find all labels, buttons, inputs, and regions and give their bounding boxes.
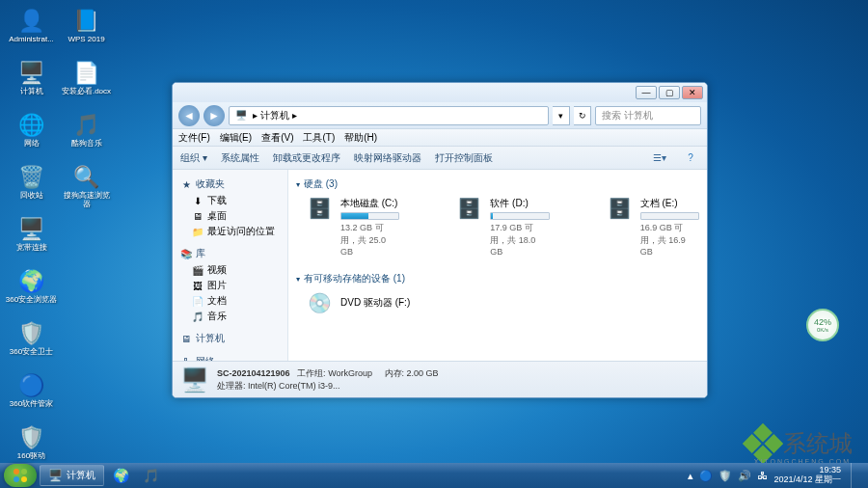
device-dvd[interactable]: 💿 DVD 驱动器 (F:) bbox=[308, 291, 699, 314]
help-icon[interactable]: ? bbox=[682, 149, 699, 167]
statusbar: 🖥️ SC-202104121906 工作组: WorkGroup 内存: 2.… bbox=[173, 361, 707, 397]
computer-icon: 🖥 bbox=[180, 333, 192, 344]
desktop-icon[interactable]: 📄安装必看.docx bbox=[60, 57, 113, 107]
desktop-icons-col2: 📘WPS 2019 📄安装必看.docx 🎵酷狗音乐 🔍搜狗高速浏览器 bbox=[60, 5, 113, 211]
hdd-icon: 🗄️ bbox=[608, 197, 635, 220]
tray-network-icon[interactable]: 🖧 bbox=[757, 470, 768, 481]
forward-button[interactable]: ► bbox=[203, 105, 225, 126]
close-button[interactable]: ✕ bbox=[682, 86, 703, 99]
titlebar[interactable]: — ▢ ✕ bbox=[173, 83, 707, 102]
drive-info: 13.2 GB 可用，共 25.0 GB bbox=[340, 222, 399, 257]
uninstall-button[interactable]: 卸载或更改程序 bbox=[273, 151, 340, 165]
breadcrumb-dropdown[interactable]: ▾ bbox=[553, 106, 570, 125]
tray-app-icon[interactable]: 🔵 bbox=[699, 470, 713, 482]
wps-icon: 📘 bbox=[73, 8, 100, 35]
nav-recent[interactable]: 📁最近访问的位置 bbox=[176, 224, 284, 239]
svg-point-2 bbox=[14, 476, 19, 482]
library-icon: 📚 bbox=[180, 248, 192, 259]
nav-computer[interactable]: 🖥计算机 bbox=[176, 330, 284, 347]
menu-help[interactable]: 帮助(H) bbox=[344, 131, 377, 145]
drive-c[interactable]: 🗄️ 本地磁盘 (C:) 13.2 GB 可用，共 25.0 GB bbox=[308, 197, 399, 257]
drive-e[interactable]: 🗄️ 文档 (E:) 16.9 GB 可用，共 16.9 GB bbox=[608, 197, 699, 257]
nav-documents[interactable]: 📄文档 bbox=[176, 293, 284, 309]
desktop-icon[interactable]: 🖥️计算机 bbox=[5, 57, 58, 107]
drive-d[interactable]: 🗄️ 软件 (D:) 17.9 GB 可用，共 18.0 GB bbox=[457, 197, 549, 257]
nav-libraries[interactable]: 📚库 bbox=[176, 245, 284, 262]
desktop-icon[interactable]: 📘WPS 2019 bbox=[60, 5, 113, 55]
show-desktop-button[interactable] bbox=[851, 463, 860, 488]
nav-music[interactable]: 🎵音乐 bbox=[176, 309, 284, 324]
taskbar-pin-browser[interactable]: 🌍 bbox=[107, 465, 134, 486]
desktop-icon[interactable]: 🖥️宽带连接 bbox=[5, 213, 58, 263]
desktop-icon[interactable]: 🔍搜狗高速浏览器 bbox=[60, 161, 113, 211]
shield-icon: 🛡️ bbox=[18, 424, 45, 451]
breadcrumb-path: ▸ 计算机 ▸ bbox=[253, 109, 297, 122]
drive-name: 本地磁盘 (C:) bbox=[340, 197, 399, 210]
maximize-button[interactable]: ▢ bbox=[659, 86, 680, 99]
nav-pictures[interactable]: 🖼图片 bbox=[176, 278, 284, 293]
group-hdd[interactable]: 硬盘 (3) bbox=[296, 176, 699, 193]
menubar: 文件(F) 编辑(E) 查看(V) 工具(T) 帮助(H) bbox=[173, 129, 707, 147]
desktop-icon[interactable]: 🗑️回收站 bbox=[5, 161, 58, 211]
capacity-bar bbox=[340, 212, 399, 220]
desktop-icon[interactable]: 🌐网络 bbox=[5, 109, 58, 159]
tray-volume-icon[interactable]: 🔊 bbox=[738, 470, 751, 482]
performance-widget[interactable]: 42% 0K/s bbox=[806, 309, 839, 341]
menu-view[interactable]: 查看(V) bbox=[261, 131, 293, 145]
breadcrumb[interactable]: 🖥️ ▸ 计算机 ▸ bbox=[229, 106, 549, 125]
browser-icon: 🌍 bbox=[18, 268, 45, 295]
group-removable[interactable]: 有可移动存储的设备 (1) bbox=[296, 270, 699, 287]
search-icon: 🔍 bbox=[73, 164, 100, 191]
drive-info: 16.9 GB 可用，共 16.9 GB bbox=[640, 222, 699, 257]
capacity-bar bbox=[640, 212, 699, 220]
connection-icon: 🖥️ bbox=[18, 216, 45, 243]
system-properties-button[interactable]: 系统属性 bbox=[221, 151, 259, 165]
hdd-icon: 🗄️ bbox=[457, 197, 484, 220]
menu-tools[interactable]: 工具(T) bbox=[303, 131, 335, 145]
map-drive-button[interactable]: 映射网络驱动器 bbox=[354, 151, 421, 165]
refresh-button[interactable]: ↻ bbox=[574, 106, 591, 125]
control-panel-button[interactable]: 打开控制面板 bbox=[435, 151, 493, 165]
desktop-icon[interactable]: 👤Administrat... bbox=[5, 5, 58, 55]
view-options-icon[interactable]: ☰▾ bbox=[651, 149, 668, 167]
desktop-icon[interactable]: 🔵360软件管家 bbox=[5, 369, 58, 420]
nav-downloads[interactable]: ⬇下载 bbox=[176, 193, 284, 208]
shield-icon: 🛡️ bbox=[18, 320, 45, 347]
nav-videos[interactable]: 🎬视频 bbox=[176, 262, 284, 278]
computer-name: SC-202104121906 bbox=[217, 368, 290, 378]
network-icon: 🌐 bbox=[18, 112, 45, 139]
hdd-icon: 🗄️ bbox=[308, 197, 335, 220]
device-name: DVD 驱动器 (F:) bbox=[340, 296, 410, 310]
desktop-icon[interactable]: 🛡️360安全卫士 bbox=[5, 317, 58, 367]
nav-favorites[interactable]: ★收藏夹 bbox=[176, 176, 284, 193]
recycle-icon: 🗑️ bbox=[18, 164, 45, 191]
organize-button[interactable]: 组织 ▾ bbox=[180, 151, 207, 165]
user-icon: 👤 bbox=[18, 8, 45, 35]
taskbar-clock[interactable]: 19:35 2021/4/12 星期一 bbox=[773, 466, 841, 485]
start-button[interactable] bbox=[4, 464, 37, 487]
windows-icon bbox=[13, 468, 28, 483]
capacity-bar bbox=[490, 212, 549, 220]
taskbar-pin-music[interactable]: 🎵 bbox=[137, 465, 164, 486]
back-button[interactable]: ◄ bbox=[178, 105, 200, 126]
nav-network[interactable]: 🖧网络 bbox=[176, 353, 284, 361]
nav-desktop[interactable]: 🖥桌面 bbox=[176, 208, 284, 224]
desktop-icon[interactable]: 🎵酷狗音乐 bbox=[60, 109, 113, 159]
music-icon: 🎵 bbox=[192, 311, 203, 322]
menu-file[interactable]: 文件(F) bbox=[178, 131, 210, 145]
minimize-button[interactable]: — bbox=[636, 86, 657, 99]
document-icon: 📄 bbox=[192, 295, 203, 307]
computer-icon: 🖥️ bbox=[180, 366, 209, 393]
taskbar-item-computer[interactable]: 🖥️ 计算机 bbox=[40, 465, 104, 486]
widget-value: 42% bbox=[814, 317, 831, 327]
menu-edit[interactable]: 编辑(E) bbox=[220, 131, 252, 145]
search-input[interactable]: 搜索 计算机 bbox=[595, 106, 701, 125]
desktop-icon[interactable]: 🌍360安全浏览器 bbox=[5, 265, 58, 315]
navbar: ◄ ► 🖥️ ▸ 计算机 ▸ ▾ ↻ 搜索 计算机 bbox=[173, 102, 707, 129]
sidebar: ★收藏夹 ⬇下载 🖥桌面 📁最近访问的位置 📚库 🎬视频 🖼图片 📄文档 🎵音乐… bbox=[173, 170, 288, 361]
download-icon: ⬇ bbox=[192, 195, 203, 206]
tray-security-icon[interactable]: 🛡️ bbox=[719, 470, 732, 482]
music-icon: 🎵 bbox=[73, 112, 100, 139]
tray-expand-icon[interactable]: ▴ bbox=[688, 470, 693, 482]
computer-icon: 🖥️ bbox=[235, 110, 247, 121]
